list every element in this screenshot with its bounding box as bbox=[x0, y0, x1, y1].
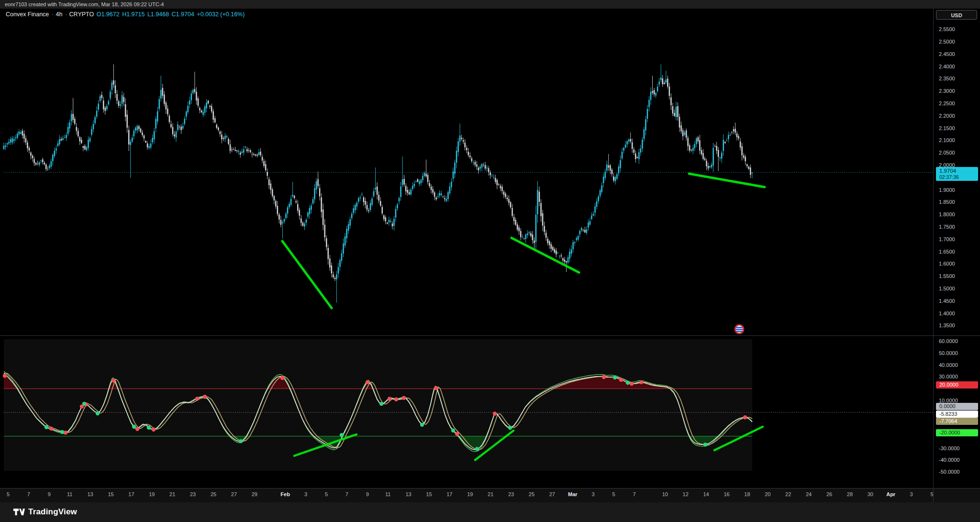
candle-body bbox=[373, 191, 375, 196]
candle-body bbox=[125, 104, 126, 117]
candle-body bbox=[513, 217, 515, 221]
candle-body bbox=[493, 177, 494, 178]
chart-canvas[interactable] bbox=[0, 0, 980, 522]
candle-body bbox=[476, 165, 478, 167]
candle-body bbox=[84, 146, 86, 149]
candle-body bbox=[632, 142, 633, 149]
candle-body bbox=[371, 199, 373, 205]
candle-body bbox=[309, 208, 311, 214]
candle-body bbox=[22, 131, 23, 135]
price-tick-label: 1.9000 bbox=[939, 187, 955, 193]
candle-body bbox=[375, 188, 376, 189]
time-tick-label: 25 bbox=[211, 491, 216, 497]
price-tick-label: 1.3500 bbox=[939, 322, 955, 328]
candle-body bbox=[534, 241, 535, 243]
currency-toggle-button[interactable]: USD bbox=[936, 10, 977, 20]
candle-body bbox=[378, 195, 379, 200]
candle-body bbox=[294, 196, 295, 198]
candle-body bbox=[669, 87, 670, 96]
time-tick-label: 7 bbox=[27, 491, 30, 497]
candle-body bbox=[345, 236, 346, 245]
candle-body bbox=[389, 220, 390, 222]
candle-body bbox=[512, 208, 513, 216]
candle-body bbox=[289, 204, 290, 207]
pane-separator[interactable] bbox=[0, 335, 980, 336]
candle-body bbox=[346, 229, 347, 238]
candle-body bbox=[284, 219, 285, 222]
candle-body bbox=[586, 229, 588, 233]
flag-stripe bbox=[735, 329, 743, 330]
candle-body bbox=[368, 210, 369, 211]
candle-body bbox=[367, 205, 368, 210]
candle-body bbox=[498, 184, 500, 185]
candle-body bbox=[417, 179, 419, 182]
time-tick-label: 11 bbox=[67, 491, 72, 497]
candle-body bbox=[518, 228, 520, 232]
candle-body bbox=[25, 138, 27, 143]
candle-body bbox=[561, 255, 562, 256]
candle-body bbox=[355, 205, 356, 211]
candle-body bbox=[698, 137, 699, 142]
candle-body bbox=[339, 260, 341, 267]
candle-body bbox=[307, 212, 309, 216]
candle-body bbox=[145, 141, 146, 143]
candle-body bbox=[393, 219, 395, 226]
candle-body bbox=[505, 194, 506, 197]
price-trendline[interactable] bbox=[512, 238, 579, 272]
candle-body bbox=[721, 153, 723, 158]
candle-body bbox=[221, 134, 223, 139]
candle-body bbox=[35, 163, 37, 165]
candle-body bbox=[83, 146, 84, 148]
candle-body bbox=[199, 108, 200, 110]
time-tick-label: Feb bbox=[280, 491, 290, 497]
candle-body bbox=[447, 192, 449, 199]
candle-body bbox=[471, 158, 473, 161]
time-tick-label: 15 bbox=[108, 491, 113, 497]
tradingview-logo[interactable]: TradingView bbox=[13, 507, 77, 517]
candle-body bbox=[81, 140, 82, 143]
indicator-tick-label: 40.0000 bbox=[939, 362, 958, 368]
candle-body bbox=[604, 172, 606, 178]
time-tick-label: Apr bbox=[886, 491, 895, 497]
time-tick-label: 19 bbox=[149, 491, 155, 497]
candle-body bbox=[539, 192, 540, 202]
candle-body bbox=[159, 99, 160, 109]
symbol-legend[interactable]: Convex Finance·4h·CRYPTO O1.9672 H1.9715… bbox=[6, 11, 245, 18]
candle-body bbox=[701, 150, 702, 155]
time-tick-label: 21 bbox=[169, 491, 175, 497]
price-tick-label: 1.8000 bbox=[939, 211, 955, 217]
candle-body bbox=[510, 202, 512, 208]
sell-signal-dot bbox=[111, 378, 115, 382]
candle-body bbox=[432, 189, 434, 192]
candle-body bbox=[206, 102, 207, 108]
time-tick-label: 5 bbox=[7, 491, 10, 497]
time-tick-label: 26 bbox=[826, 491, 832, 497]
candle-body bbox=[45, 165, 47, 169]
candle-body bbox=[238, 151, 239, 152]
candle-body bbox=[738, 136, 739, 138]
candle-body bbox=[260, 152, 261, 155]
candle-body bbox=[66, 135, 67, 138]
candle-body bbox=[392, 223, 393, 226]
candle-body bbox=[557, 253, 559, 253]
candle-body bbox=[508, 199, 510, 203]
candle-body bbox=[666, 79, 667, 82]
candle-body bbox=[220, 132, 221, 134]
flag-marker[interactable] bbox=[735, 325, 744, 333]
candle-body bbox=[699, 140, 701, 151]
candle-body bbox=[319, 188, 321, 196]
price-tick-label: 2.1000 bbox=[939, 137, 955, 143]
price-trendline[interactable] bbox=[689, 174, 765, 187]
candle-body bbox=[236, 150, 238, 151]
candle-body bbox=[645, 119, 646, 130]
candle-body bbox=[702, 153, 704, 159]
candle-body bbox=[520, 231, 522, 237]
candle-body bbox=[571, 249, 572, 254]
attribution-text: eonr7103 created with TradingView.com, M… bbox=[5, 1, 164, 7]
candle-body bbox=[405, 186, 407, 191]
candle-body bbox=[706, 161, 707, 166]
candle-body bbox=[654, 90, 655, 94]
price-trendline[interactable] bbox=[282, 241, 332, 308]
candle-body bbox=[637, 157, 638, 158]
footer-bar: TradingView bbox=[0, 502, 980, 522]
